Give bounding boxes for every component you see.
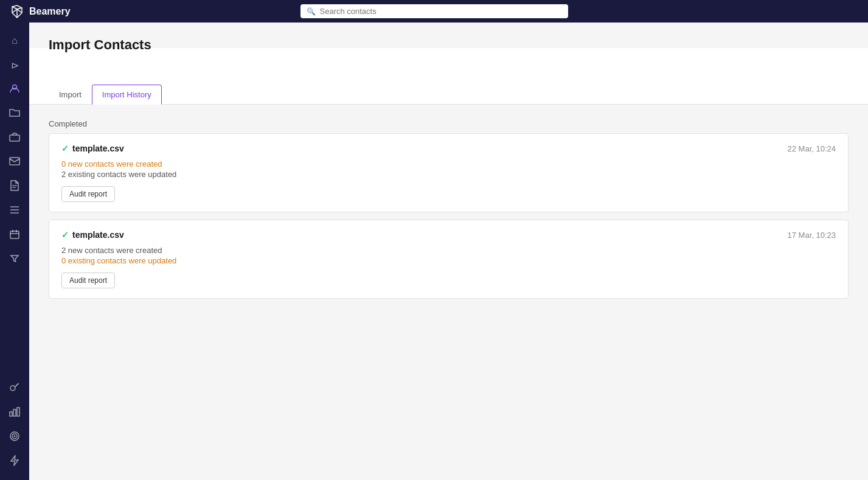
history-content: Completed ✓ template.csv 22 Mar, 10:24 0… — [49, 105, 849, 299]
sidebar-item-document[interactable] — [4, 176, 26, 198]
beamery-logo-icon — [10, 4, 24, 19]
sidebar-item-bolt[interactable] — [4, 451, 26, 473]
main-layout: ⌂ ⊳ — [0, 23, 868, 480]
section-completed-label: Completed — [49, 119, 849, 128]
import-record-2: ✓ template.csv 17 Mar, 10:23 2 new conta… — [49, 220, 849, 299]
list-icon — [9, 206, 20, 217]
tab-bar: Import Import History — [29, 48, 868, 105]
bolt-icon — [10, 455, 19, 468]
document-icon — [10, 180, 19, 193]
mail-icon — [9, 157, 20, 168]
key-icon — [9, 382, 20, 395]
chart-icon — [9, 407, 20, 419]
brand-name: Beamery — [29, 6, 71, 17]
record-filename-2: ✓ template.csv — [61, 230, 124, 240]
record-date-1: 22 Mar, 10:24 — [788, 144, 836, 153]
sidebar-item-list[interactable] — [4, 200, 26, 222]
record-stats-1: 0 new contacts were created 2 existing c… — [61, 159, 836, 179]
briefcase-icon — [9, 132, 20, 144]
svg-rect-14 — [13, 409, 16, 416]
svg-rect-13 — [10, 412, 12, 416]
tab-import-history[interactable]: Import History — [92, 85, 162, 105]
sidebar-item-target[interactable] — [4, 426, 26, 448]
svg-rect-15 — [17, 408, 19, 416]
tab-import[interactable]: Import — [49, 85, 92, 105]
svg-rect-8 — [10, 231, 19, 238]
svg-rect-1 — [10, 135, 19, 141]
calendar-icon — [10, 229, 19, 242]
new-contacts-stat-1: 0 new contacts were created — [61, 159, 836, 169]
sidebar-item-briefcase[interactable] — [4, 127, 26, 149]
updated-contacts-stat-2: 0 existing contacts were updated — [61, 256, 836, 265]
sidebar-item-bookmarks[interactable]: ⊳ — [4, 54, 26, 76]
check-icon-1: ✓ — [61, 144, 69, 153]
search-input[interactable] — [300, 4, 568, 18]
filename-text-1: template.csv — [72, 144, 124, 153]
target-icon — [9, 431, 20, 444]
filter-icon — [10, 254, 19, 266]
sidebar-item-contacts[interactable] — [4, 78, 26, 100]
sidebar-item-filter[interactable] — [4, 249, 26, 271]
svg-rect-2 — [10, 158, 19, 165]
record-date-2: 17 Mar, 10:23 — [788, 231, 836, 240]
svg-point-18 — [14, 436, 16, 437]
new-contacts-stat-2: 2 new contacts were created — [61, 246, 836, 255]
sidebar-item-analytics[interactable] — [4, 402, 26, 424]
search-icon: 🔍 — [307, 7, 316, 16]
home-icon: ⌂ — [12, 35, 18, 46]
record-filename-1: ✓ template.csv — [61, 144, 124, 153]
bookmark-icon: ⊳ — [11, 60, 19, 71]
main-content: Import Contacts Import Import History Co… — [29, 23, 868, 480]
filename-text-2: template.csv — [72, 230, 124, 240]
record-stats-2: 2 new contacts were created 0 existing c… — [61, 246, 836, 265]
audit-report-button-1[interactable]: Audit report — [61, 186, 115, 202]
audit-report-button-2[interactable]: Audit report — [61, 273, 115, 288]
record-header-1: ✓ template.csv 22 Mar, 10:24 — [61, 144, 836, 153]
updated-contacts-stat-1: 2 existing contacts were updated — [61, 170, 836, 179]
import-record-1: ✓ template.csv 22 Mar, 10:24 0 new conta… — [49, 133, 849, 212]
sidebar-item-home[interactable]: ⌂ — [4, 30, 26, 52]
record-header-2: ✓ template.csv 17 Mar, 10:23 — [61, 230, 836, 240]
check-icon-2: ✓ — [61, 230, 69, 240]
svg-point-12 — [10, 386, 15, 391]
brand-logo: Beamery — [10, 4, 71, 19]
top-navigation: Beamery 🔍 — [0, 0, 868, 23]
sidebar-item-keys[interactable] — [4, 378, 26, 400]
sidebar-item-calendar[interactable] — [4, 224, 26, 246]
folder-icon — [9, 108, 20, 120]
sidebar: ⌂ ⊳ — [0, 23, 29, 480]
sidebar-item-folder[interactable] — [4, 103, 26, 125]
search-container: 🔍 — [300, 4, 568, 18]
sidebar-item-mail[interactable] — [4, 151, 26, 173]
contacts-icon — [9, 83, 20, 96]
